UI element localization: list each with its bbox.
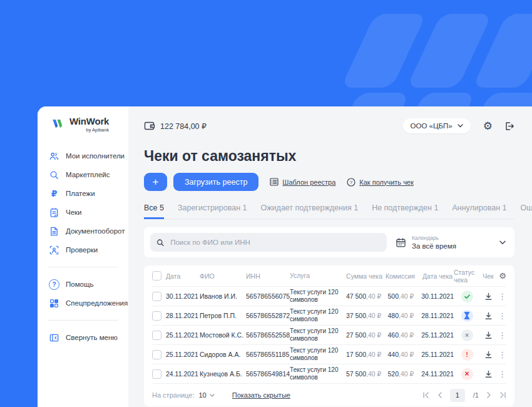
row-menu-icon[interactable]: ⋮ <box>498 292 506 301</box>
cell-service: Текст услуги 120 символов <box>290 308 342 323</box>
collapse-menu-button[interactable]: Свернуть меню <box>38 328 128 347</box>
prev-page-icon[interactable] <box>437 392 442 398</box>
cell-fee: 520,40 ₽ <box>381 370 414 378</box>
status-icon: × ! × <box>461 368 473 380</box>
col-status: Статус чека <box>454 269 480 284</box>
balance: 122 784,00 ₽ <box>144 121 207 131</box>
cell-fee: 440,40 ₽ <box>381 351 414 358</box>
help-icon: ? <box>49 279 59 290</box>
cell-check-date: 25.11.2021 <box>414 331 454 339</box>
registry-template-link[interactable]: Шаблон реестра <box>270 178 335 186</box>
status-icon: × ! × <box>461 329 473 341</box>
cell-fee: 500,40 ₽ <box>381 292 414 300</box>
chevron-down-icon <box>499 240 506 245</box>
row-menu-icon[interactable]: ⋮ <box>498 331 506 340</box>
logo: WinWork by Apibank <box>38 106 128 133</box>
last-page-icon[interactable] <box>499 392 506 398</box>
grid-icon <box>49 298 59 309</box>
add-check-button[interactable]: + <box>144 173 167 191</box>
svg-text:?: ? <box>350 179 353 185</box>
sidebar-item-executors[interactable]: Мои исполнители <box>38 147 128 165</box>
winwork-logo-icon <box>49 116 65 130</box>
sidebar-item-label: Чеки <box>66 209 82 216</box>
cell-check-date: 30.11.2021 <box>414 292 454 300</box>
scan-icon <box>49 245 59 255</box>
table-row: 25.11.2021 Мостовой К.С. 565786552558 Те… <box>152 325 506 344</box>
calendar-label: Календарь <box>412 235 456 241</box>
total-pages: /1 <box>473 391 479 399</box>
show-hidden-link[interactable]: Показать скрытые <box>232 391 290 399</box>
table-header: Дата ФИО ИНН Услуга Сумма чека Комиссия … <box>152 265 506 286</box>
cell-inn: 565786549814 <box>246 370 290 378</box>
per-page-select[interactable]: 10 <box>198 391 214 399</box>
row-menu-icon[interactable]: ⋮ <box>498 350 506 359</box>
row-checkbox[interactable] <box>152 292 161 301</box>
row-checkbox[interactable] <box>152 369 161 379</box>
brand-byline: by Apibank <box>86 127 109 133</box>
download-check-icon[interactable] <box>484 351 493 359</box>
upload-registry-button[interactable]: Загрузить реестр <box>173 173 258 191</box>
question-icon: ? <box>347 178 356 187</box>
cell-date: 28.11.2021 <box>166 312 200 319</box>
tab-pending[interactable]: Ожидает подтверждения 1 <box>261 204 359 219</box>
download-check-icon[interactable] <box>484 292 493 301</box>
tab-registered[interactable]: Зарегистрирован 1 <box>178 204 247 219</box>
download-check-icon[interactable] <box>484 331 493 339</box>
col-check-date: Дата чека <box>415 272 454 280</box>
sidebar-divider <box>48 320 118 321</box>
sidebar-item-label: Маркетплейс <box>66 171 110 178</box>
row-menu-icon[interactable]: ⋮ <box>498 311 506 321</box>
sidebar-nav: Мои исполнители Маркетплейс ₽ Платежи <box>38 147 128 259</box>
row-checkbox[interactable] <box>152 311 161 321</box>
row-checkbox[interactable] <box>152 331 161 340</box>
main: Чеки от самозанятых + Загрузить реестр Ш… <box>128 140 532 406</box>
tab-error[interactable]: Ошибка 1 <box>520 204 532 219</box>
app-background: WinWork by Apibank Мои исполнители <box>0 0 532 407</box>
per-page-label: На странице: <box>152 391 194 399</box>
how-to-get-check-link[interactable]: ? Как получить чек <box>347 178 414 187</box>
search-input[interactable] <box>169 238 381 247</box>
tab-annulled[interactable]: Аннулирован 1 <box>452 204 506 219</box>
col-date: Дата <box>166 272 200 280</box>
collapse-icon <box>49 332 59 343</box>
table-row: 24.11.2021 Кузнецов А.Б. 565786549814 Те… <box>152 364 506 383</box>
sidebar-item-checks[interactable]: Чеки <box>38 203 128 222</box>
company-selector[interactable]: ООО «ЦБП» <box>403 118 471 133</box>
calendar-icon <box>396 237 406 248</box>
select-all-checkbox[interactable] <box>152 271 161 281</box>
sidebar-item-label: Спецпредложения <box>66 299 128 307</box>
cell-service: Текст услуги 120 символов <box>290 289 342 304</box>
checks-table: Дата ФИО ИНН Услуга Сумма чека Комиссия … <box>144 265 514 406</box>
sidebar-item-verifications[interactable]: Проверки <box>38 240 128 259</box>
tab-all[interactable]: Все 5 <box>144 204 164 219</box>
chevron-down-icon <box>210 394 215 397</box>
cell-inn: 565786552872 <box>246 312 290 319</box>
next-page-icon[interactable] <box>487 392 491 398</box>
sidebar-item-documents[interactable]: Документооборот <box>38 222 128 240</box>
settings-icon[interactable]: ⚙ <box>483 121 493 131</box>
cell-fee: 460,40 ₽ <box>381 331 414 339</box>
sidebar-item-help[interactable]: ? Помощь <box>38 275 128 294</box>
cell-date: 25.11.2021 <box>166 351 200 358</box>
download-check-icon[interactable] <box>484 312 493 320</box>
sidebar-item-offers[interactable]: Спецпредложения <box>38 294 128 312</box>
calendar-filter[interactable]: Календарь За всё время <box>396 235 506 249</box>
filter-bar: Календарь За всё время <box>144 227 514 257</box>
logout-icon[interactable] <box>504 121 514 131</box>
calendar-value: За всё время <box>412 242 456 250</box>
row-menu-icon[interactable]: ⋮ <box>498 369 506 379</box>
first-page-icon[interactable] <box>422 392 429 398</box>
sidebar: WinWork by Apibank Мои исполнители <box>38 106 128 407</box>
download-check-icon[interactable] <box>484 370 493 378</box>
table-settings-icon[interactable]: ⚙ <box>496 271 506 281</box>
sidebar-item-label: Помощь <box>66 281 93 288</box>
cell-service: Текст услуги 120 символов <box>290 366 342 381</box>
row-checkbox[interactable] <box>152 350 161 359</box>
tab-not-confirmed[interactable]: Не подтвержден 1 <box>372 204 438 219</box>
sidebar-item-marketplace[interactable]: Маркетплейс <box>38 165 128 184</box>
document-icon <box>49 226 59 237</box>
current-page[interactable]: 1 <box>450 389 465 402</box>
sidebar-item-payments[interactable]: ₽ Платежи <box>38 184 128 203</box>
cell-fio: Петров П.П. <box>200 312 246 319</box>
sidebar-item-label: Проверки <box>66 246 98 254</box>
